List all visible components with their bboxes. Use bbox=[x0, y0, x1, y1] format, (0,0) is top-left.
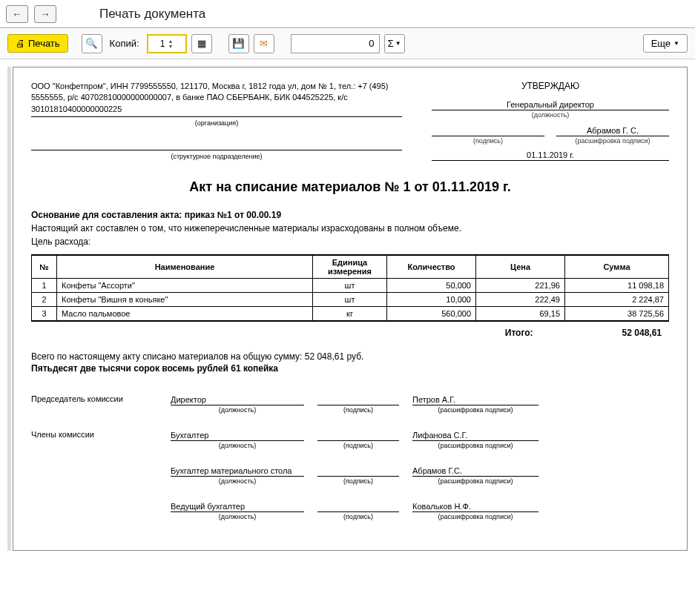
approve-sig-hint: (подпись) bbox=[432, 137, 544, 145]
total-line-text: Всего по настоящему акту списано материа… bbox=[31, 351, 669, 362]
commission-signature bbox=[317, 394, 399, 405]
document-title: Акт на списание материалов № 1 от 01.11.… bbox=[31, 179, 669, 195]
cell-qty: 50,000 bbox=[387, 279, 476, 293]
more-label: Еще bbox=[651, 38, 671, 49]
name-hint: (расшифровка подписи) bbox=[412, 513, 538, 520]
note-line-1: Настоящий акт составлен о том, что нижеп… bbox=[31, 223, 669, 234]
top-bar: ← → Печать документа bbox=[0, 0, 695, 28]
cell-qty: 10,000 bbox=[387, 293, 476, 307]
commission-name: Абрамов Г.С. bbox=[412, 466, 538, 477]
total-words: Пятьдесят две тысячи сорок восемь рублей… bbox=[31, 363, 669, 374]
basis-line: Основание для составления акта: приказ №… bbox=[31, 210, 669, 220]
document-page: ООО "Конфетпром", ИНН 7799555550, 121170… bbox=[13, 67, 688, 551]
cell-sum: 2 224,87 bbox=[565, 293, 669, 307]
org-hint: (организация) bbox=[31, 119, 402, 128]
commission-label: Члены комиссии bbox=[31, 430, 157, 449]
cell-price: 222,49 bbox=[476, 293, 565, 307]
total-sum: 52 048,61 bbox=[622, 328, 662, 338]
name-hint: (расшифровка подписи) bbox=[412, 442, 538, 449]
commission-signature bbox=[317, 466, 399, 477]
cell-price: 221,96 bbox=[476, 279, 565, 293]
chevron-down-icon: ▼ bbox=[673, 40, 679, 47]
th-sum: Сумма bbox=[565, 255, 669, 279]
position-hint: (должность) bbox=[171, 442, 304, 449]
chevron-down-icon: ▼ bbox=[395, 40, 401, 47]
approve-position-hint: (должность) bbox=[432, 111, 669, 119]
approve-name-hint: (расшифровка подписи) bbox=[556, 137, 669, 145]
commission-signature bbox=[317, 430, 399, 441]
commission-label bbox=[31, 501, 157, 520]
table-icon: ▦ bbox=[197, 38, 206, 49]
copies-stepper[interactable]: 1 ▲▼ bbox=[147, 34, 187, 53]
page-title: Печать документа bbox=[99, 7, 205, 21]
nav-forward-button[interactable]: → bbox=[34, 5, 56, 23]
sum-button[interactable]: Σ▼ bbox=[384, 34, 405, 53]
copies-label: Копий: bbox=[107, 38, 142, 49]
position-hint: (должность) bbox=[171, 406, 304, 414]
commission-name: Лифанова С.Г. bbox=[412, 430, 538, 441]
commission-label: Председатель комиссии bbox=[31, 394, 157, 414]
cell-qty: 560,000 bbox=[387, 307, 476, 322]
signature-hint: (подпись) bbox=[317, 513, 399, 520]
magnifier-icon: 🔍 bbox=[85, 38, 98, 49]
materials-table: № Наименование Единица измерения Количес… bbox=[31, 254, 669, 322]
approve-title: УТВЕРЖДАЮ bbox=[432, 81, 669, 91]
org-info: ООО "Конфетпром", ИНН 7799555550, 121170… bbox=[31, 81, 402, 117]
print-button[interactable]: 🖨 Печать bbox=[7, 34, 68, 53]
number-input[interactable] bbox=[291, 34, 380, 53]
cell-unit: шт bbox=[313, 279, 387, 293]
cell-sum: 38 725,56 bbox=[565, 307, 669, 322]
commission-position: Бухгалтер bbox=[171, 430, 304, 441]
dept-line bbox=[31, 136, 402, 150]
name-hint: (расшифровка подписи) bbox=[412, 406, 538, 414]
position-hint: (должность) bbox=[171, 513, 304, 520]
side-strip bbox=[7, 67, 11, 551]
note-line-2: Цель расхода: bbox=[31, 236, 669, 247]
cell-name: Конфеты "Ассорти" bbox=[57, 279, 313, 293]
mail-icon: ✉ bbox=[260, 38, 268, 49]
cell-num: 2 bbox=[32, 293, 57, 307]
commission-signature bbox=[317, 501, 399, 512]
table-row: 3Масло пальмовоекг560,00069,1538 725,56 bbox=[32, 307, 669, 322]
approve-position: Генеральный директор bbox=[432, 99, 669, 110]
cell-name: Конфеты "Вишня в коньяке" bbox=[57, 293, 313, 307]
signature-hint: (подпись) bbox=[317, 442, 399, 449]
printer-icon: 🖨 bbox=[16, 38, 25, 49]
cell-price: 69,15 bbox=[476, 307, 565, 322]
table-row: 1Конфеты "Ассорти"шт50,000221,9611 098,1… bbox=[32, 279, 669, 293]
cell-name: Масло пальмовое bbox=[57, 307, 313, 322]
commission-name: Ковальков Н.Ф. bbox=[412, 501, 538, 512]
nav-back-button[interactable]: ← bbox=[6, 5, 28, 23]
approve-sig bbox=[432, 125, 544, 136]
cell-unit: кг bbox=[313, 307, 387, 322]
th-unit: Единица измерения bbox=[313, 255, 387, 279]
signature-hint: (подпись) bbox=[317, 406, 399, 414]
print-label: Печать bbox=[28, 38, 60, 49]
dept-hint: (структурное подразделение) bbox=[31, 152, 402, 162]
commission-position: Директор bbox=[171, 394, 304, 405]
th-qty: Количество bbox=[387, 255, 476, 279]
cell-unit: шт bbox=[313, 293, 387, 307]
th-num: № bbox=[32, 255, 57, 279]
preview-button[interactable]: 🔍 bbox=[82, 34, 102, 53]
email-button[interactable]: ✉ bbox=[254, 34, 274, 53]
cell-num: 3 bbox=[32, 307, 57, 322]
commission-block: Председатель комиссииДиректор(должность)… bbox=[31, 394, 669, 520]
signature-hint: (подпись) bbox=[317, 477, 399, 485]
approve-name: Абрамов Г. С. bbox=[556, 125, 669, 136]
save-button[interactable]: 💾 bbox=[228, 34, 249, 53]
name-hint: (расшифровка подписи) bbox=[412, 477, 538, 485]
sigma-icon: Σ bbox=[388, 38, 394, 49]
commission-position: Бухгалтер материального стола bbox=[171, 466, 304, 477]
commission-row: Председатель комиссииДиректор(должность)… bbox=[31, 394, 669, 414]
th-name: Наименование bbox=[57, 255, 313, 279]
settings-button[interactable]: ▦ bbox=[191, 34, 212, 53]
table-row: 2Конфеты "Вишня в коньяке"шт10,000222,49… bbox=[32, 293, 669, 307]
copies-value: 1 bbox=[160, 39, 165, 49]
commission-label bbox=[31, 466, 157, 485]
position-hint: (должность) bbox=[171, 477, 304, 485]
commission-row: Члены комиссииБухгалтер(должность)(подпи… bbox=[31, 430, 669, 449]
commission-row: Бухгалтер материального стола(должность)… bbox=[31, 466, 669, 485]
toolbar: 🖨 Печать 🔍 Копий: 1 ▲▼ ▦ 💾 ✉ Σ▼ Еще ▼ bbox=[0, 28, 695, 59]
more-button[interactable]: Еще ▼ bbox=[643, 34, 688, 53]
